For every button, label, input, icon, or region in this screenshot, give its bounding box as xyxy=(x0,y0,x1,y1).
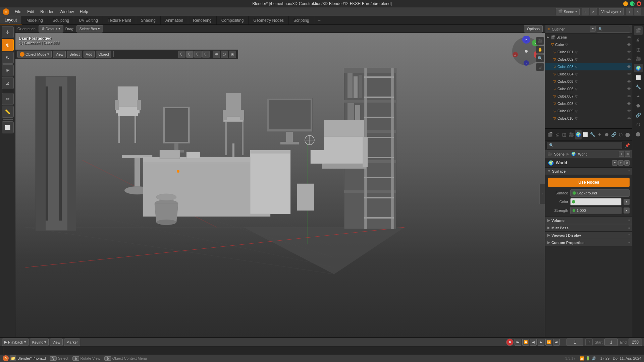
strength-field[interactable]: 1.000 xyxy=(570,207,622,214)
tab-sculpting[interactable]: Sculpting xyxy=(48,16,74,24)
props-pin-btn[interactable]: 📌 xyxy=(624,142,631,149)
drag-dropdown[interactable]: Select Box ▾ xyxy=(76,25,103,33)
close-button[interactable]: × xyxy=(637,1,641,6)
viewlayer-dropdown[interactable]: ViewLayer ▾ xyxy=(599,8,624,15)
props-scene-icon[interactable]: 🎥 xyxy=(634,54,643,63)
props-tab-view-layer[interactable]: ◫ xyxy=(561,130,568,139)
surface-section-header[interactable]: ▼ Surface ≡ xyxy=(545,168,632,175)
menu-file[interactable]: File xyxy=(12,9,24,15)
scene-eye-icon[interactable]: 👁 xyxy=(627,35,631,39)
viewport-shading-material[interactable]: ⬡ xyxy=(194,51,202,58)
tab-uv-editing[interactable]: UV Editing xyxy=(74,16,103,24)
vp-zoom-btn[interactable]: 🔍 xyxy=(536,54,544,62)
volume-options[interactable]: ≡ xyxy=(628,219,630,222)
world-new-btn[interactable]: + xyxy=(618,160,624,166)
jump-end-btn[interactable]: ⏭ xyxy=(553,339,560,346)
props-output-icon[interactable]: 🖨 xyxy=(634,36,643,44)
viewport-shading-solid[interactable]: ⬡ xyxy=(186,51,194,58)
outliner-item-cube002[interactable]: ▽ Cube.002 ▽ 👁 xyxy=(545,56,632,63)
cube001-eye[interactable]: 👁 xyxy=(627,50,631,54)
custom-props-options[interactable]: ≡ xyxy=(628,241,630,244)
new-viewlayer-btn[interactable]: + xyxy=(626,8,633,15)
cube009-eye[interactable]: 👁 xyxy=(627,109,631,113)
orientation-dropdown[interactable]: ⊕ Default ▾ xyxy=(39,25,63,33)
delete-viewlayer-btn[interactable]: × xyxy=(634,8,641,15)
cube004-eye[interactable]: 👁 xyxy=(627,72,631,76)
vp-camera-btn[interactable]: 🎥 xyxy=(536,37,544,45)
outliner-filter-btn[interactable]: ▾ xyxy=(590,26,596,32)
props-tab-constraints[interactable]: 🔗 xyxy=(610,130,617,139)
cube008-eye[interactable]: 👁 xyxy=(627,102,631,106)
delete-scene-btn[interactable]: × xyxy=(590,8,597,15)
measure-tool[interactable]: 📏 xyxy=(2,106,14,118)
time-display-toggle[interactable]: ⏱ xyxy=(585,339,593,346)
cube-eye[interactable]: 👁 xyxy=(627,43,631,47)
volume-section-header[interactable]: ▶ Volume ≡ xyxy=(545,217,632,224)
props-material-icon[interactable]: ⬤ xyxy=(634,129,643,138)
marker-menu[interactable]: Marker xyxy=(64,339,80,346)
viewport-display-options[interactable]: ≡ xyxy=(628,233,630,237)
transform-tool[interactable]: ⊿ xyxy=(2,77,14,89)
props-view-layer-icon[interactable]: ◫ xyxy=(634,45,643,54)
breadcrumb-scene[interactable]: Scene xyxy=(554,152,565,156)
props-tab-material[interactable]: ⬤ xyxy=(625,130,631,139)
menu-window[interactable]: Window xyxy=(57,9,76,15)
timeline-bar[interactable] xyxy=(0,347,644,355)
props-constraint-icon[interactable]: 🔗 xyxy=(634,111,643,119)
options-button[interactable]: Options xyxy=(524,25,543,33)
props-tab-object[interactable]: ⬜ xyxy=(582,130,589,139)
props-physics-icon[interactable]: ⬟ xyxy=(634,101,643,110)
viewport-shading-render[interactable]: ⬡ xyxy=(202,51,210,58)
props-render-icon[interactable]: 🎬 xyxy=(634,26,643,35)
mist-section-header[interactable]: ▶ Mist Pass ≡ xyxy=(545,224,632,232)
outliner-search[interactable]: 🔍 xyxy=(597,26,630,33)
select-menu[interactable]: Select xyxy=(67,51,82,58)
custom-props-section-header[interactable]: ▶ Custom Properties ≡ xyxy=(545,239,632,246)
outliner-item-cube009[interactable]: ▽ Cube.009 ▽ 👁 xyxy=(545,107,632,115)
taskbar-blender-logo[interactable]: B xyxy=(3,355,9,361)
vp-grid-btn[interactable]: ⊞ xyxy=(536,63,544,71)
props-tab-modifier[interactable]: 🔧 xyxy=(589,130,596,139)
viewport-display-section-header[interactable]: ▶ Viewport Display ≡ xyxy=(545,232,632,239)
props-tab-scene[interactable]: 🎥 xyxy=(568,130,575,139)
mist-options[interactable]: ≡ xyxy=(628,226,630,230)
taskbar-file-label[interactable]: Blender* [/hom...] xyxy=(17,356,46,360)
props-tab-particles[interactable]: ✦ xyxy=(596,130,603,139)
outliner-item-cube004[interactable]: ▽ Cube.004 ▽ 👁 xyxy=(545,70,632,78)
props-data-icon[interactable]: ⬡ xyxy=(634,120,643,129)
color-expand-btn[interactable]: ▾ xyxy=(624,199,630,205)
add-menu[interactable]: Add xyxy=(84,51,95,58)
color-swatch[interactable] xyxy=(570,198,622,205)
box-select-btn[interactable]: ⬜ xyxy=(2,121,14,133)
keying-dropdown[interactable]: Keying ▾ xyxy=(30,339,49,346)
surface-value[interactable]: Background xyxy=(570,189,630,197)
view-menu-tl[interactable]: View xyxy=(50,339,63,346)
minimize-button[interactable]: − xyxy=(623,1,628,6)
props-world-icon[interactable]: 🌍 xyxy=(634,64,643,72)
sidebar-drag-icon[interactable]: ‹ xyxy=(539,184,545,204)
move-tool[interactable]: ⊕ xyxy=(2,39,14,51)
cube003-eye[interactable]: 👁 xyxy=(627,65,631,69)
props-tab-data[interactable]: ⬡ xyxy=(618,130,624,139)
props-tab-render[interactable]: 🎬 xyxy=(547,130,553,139)
overlay-toggle[interactable]: ◎ xyxy=(221,51,228,58)
start-frame-field[interactable]: 1 xyxy=(604,339,618,346)
tab-compositing[interactable]: Compositing xyxy=(217,16,249,24)
annotate-tool[interactable]: ✏ xyxy=(2,93,14,105)
strength-expand-btn[interactable]: ▾ xyxy=(624,207,630,214)
menu-help[interactable]: Help xyxy=(77,9,91,15)
world-browse-btn[interactable]: ▾ xyxy=(612,160,618,166)
props-modifier-icon[interactable]: 🔧 xyxy=(634,82,643,91)
view-menu[interactable]: View xyxy=(53,51,66,58)
tab-scripting[interactable]: Scripting xyxy=(289,16,314,24)
mode-dropdown[interactable]: Object Mode ▾ xyxy=(17,51,52,58)
play-btn[interactable]: ▶ xyxy=(538,339,544,346)
playback-dropdown[interactable]: ▶ Playback ▾ xyxy=(2,339,29,346)
tab-shading[interactable]: Shading xyxy=(136,16,161,24)
outliner-item-scene[interactable]: ▶ 🎬 Scene 👁 xyxy=(545,34,632,41)
maximize-button[interactable]: □ xyxy=(630,1,635,6)
outliner-item-cube006[interactable]: ▽ Cube.006 ▽ 👁 xyxy=(545,85,632,93)
rotate-tool[interactable]: ↻ xyxy=(2,52,14,64)
tab-layout[interactable]: Layout xyxy=(0,16,22,24)
outliner-item-cube[interactable]: ▽ Cube ▽ 👁 xyxy=(545,41,632,48)
